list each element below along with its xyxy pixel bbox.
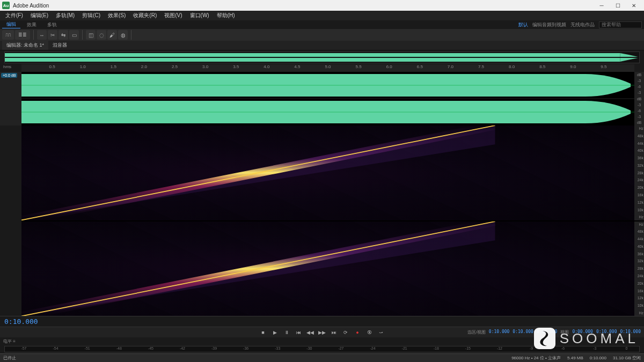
app-icon: Au [2,2,10,9]
marquee-tool-icon[interactable]: ◫ [86,30,96,40]
waveform-display[interactable]: +0.0 dB dB-3-6-3dB-3-6-3dB [0,72,644,125]
svg-line-10 [21,221,495,316]
menu-multitrack[interactable]: 多轨(M) [53,12,78,19]
time-select-tool-icon[interactable]: ▭ [69,30,79,40]
stop-button[interactable]: ■ [259,328,267,337]
window-minimize-button[interactable]: ─ [594,1,610,10]
window-title: Adobe Audition [13,3,594,9]
skip-start-button[interactable]: ⏮ [294,328,303,337]
channel-strip: +0.0 dB [0,72,21,125]
workspace-bar: 编辑 效果 多轨 默认 编辑音频到视频 无线电作品 [0,20,644,29]
spectrogram-right[interactable]: Hz48k44k40k36k32k28k24k20k16k12k10kHz [21,221,644,316]
menu-favorites[interactable]: 收藏夹(R) [130,12,160,19]
status-bar: 已停止 96000 Hz • 24 位 • 立体声 5.49 MB 0:10.0… [0,353,644,362]
window-close-button[interactable]: ✕ [626,1,642,10]
menu-help[interactable]: 帮助(H) [214,12,238,19]
tool-multitrack-button[interactable]: ≣≣ [15,30,30,40]
menu-file[interactable]: 文件(F) [2,12,26,19]
level-meter[interactable]: -57 -54 -51 -48 -45 -42 -39 -36 -33 -30 … [4,346,640,352]
panel-tab-mixer[interactable]: 混音器 [48,41,71,50]
status-duration: 0:10.000 [590,356,606,360]
status-format: 96000 Hz • 24 位 • 立体声 [511,355,561,361]
workspace-tab-effects[interactable]: 效果 [23,21,41,28]
overview-waveform[interactable] [4,51,640,63]
menu-clip[interactable]: 剪辑(C) [79,12,104,19]
transport-bar: ■ ▶ ⏸ ⏮ ◀◀ ▶▶ ⏭ ⟳ ● ⦿ ⤻ 选区/视图 0:10.000 0… [0,327,644,337]
loop-button[interactable]: ⟳ [341,328,350,337]
timecode-display[interactable]: 0:10.000 [4,317,38,326]
title-bar: Au Adobe Audition ─ ☐ ✕ [0,0,644,11]
skip-selection-button[interactable]: ⤻ [377,328,385,337]
svg-marker-9 [21,221,495,316]
menu-edit[interactable]: 编辑(E) [27,12,52,19]
move-tool-icon[interactable]: ↔ [37,30,47,40]
menu-effects[interactable]: 效果(S) [105,12,129,19]
tool-waveform-button[interactable]: ⎍⎍ [2,30,14,40]
workspace-link-default[interactable]: 默认 [518,21,528,28]
menu-view[interactable]: 视图(V) [161,12,185,19]
editor-area: +0.0 dB dB-3-6-3dB-3-6-3dB [0,72,644,316]
svg-line-11 [21,221,495,316]
slip-tool-icon[interactable]: ⇆ [58,30,68,40]
svg-rect-1 [5,58,620,62]
gain-badge[interactable]: +0.0 dB [1,73,17,78]
spectro-gutter [0,125,21,316]
menu-window[interactable]: 窗口(W) [187,12,213,19]
status-disk: 31.10 GB 空闲 [613,355,641,361]
ruler-unit-label: hms [3,64,11,69]
panel-tab-bar: 编辑器: 未命名 1* 混音器 [0,41,644,50]
workspace-tab-edit[interactable]: 编辑 [2,21,20,28]
brush-tool-icon[interactable]: 🖌 [107,30,117,40]
skip-end-button[interactable]: ⏭ [330,328,338,337]
main-toolbar: ⎍⎍ ≣≣ ↔ ✂ ⇆ ▭ ◫ ◌ 🖌 ◍ [0,29,644,41]
razor-tool-icon[interactable]: ✂ [48,30,57,40]
help-search-input[interactable] [599,21,642,28]
rewind-button[interactable]: ◀◀ [306,328,314,337]
frequency-scale-right: Hz48k44k40k36k32k28k24k20k16k12k10kHz [634,221,644,316]
lasso-tool-icon[interactable]: ◌ [97,30,106,40]
selection-readout: 选区/视图 0:10.000 0:10.000 0:00.000 视图 0:00… [467,329,641,335]
workspace-link-audio-video[interactable]: 编辑音频到视频 [532,21,566,28]
levels-panel: 电平 ≡ [0,337,644,345]
frequency-scale-left: Hz48k44k40k36k32k28k24k20k16k12k10kHz [634,125,644,220]
status-size: 5.49 MB [567,356,583,360]
timeline-ruler[interactable]: 0.5 1.0 1.5 2.0 2.5 3.0 3.5 4.0 4.5 5.0 … [21,64,634,72]
svg-marker-6 [21,125,495,220]
spectrogram-left[interactable]: Hz48k44k40k36k32k28k24k20k16k12k10kHz [21,125,644,220]
timecode-bar: 0:10.000 [0,316,644,327]
pause-button[interactable]: ⏸ [282,328,291,337]
status-state: 已停止 [3,355,16,361]
menu-bar: 文件(F) 编辑(E) 多轨(M) 剪辑(C) 效果(S) 收藏夹(R) 视图(… [0,11,644,20]
svg-rect-0 [5,53,620,57]
svg-line-7 [21,125,495,220]
workspace-tab-multitrack[interactable]: 多轨 [43,21,61,28]
fast-forward-button[interactable]: ▶▶ [318,328,326,337]
punch-button[interactable]: ⦿ [365,328,374,337]
amplitude-scale: dB-3-6-3dB-3-6-3dB [634,72,644,125]
window-maximize-button[interactable]: ☐ [610,1,626,10]
spot-heal-tool-icon[interactable]: ◍ [118,30,128,40]
record-button[interactable]: ● [353,328,362,337]
levels-label: 电平 ≡ [3,338,16,344]
play-button[interactable]: ▶ [270,328,279,337]
svg-line-8 [21,125,495,220]
workspace-link-radio[interactable]: 无线电作品 [570,21,595,28]
panel-tab-editor[interactable]: 编辑器: 未命名 1* [2,41,48,50]
